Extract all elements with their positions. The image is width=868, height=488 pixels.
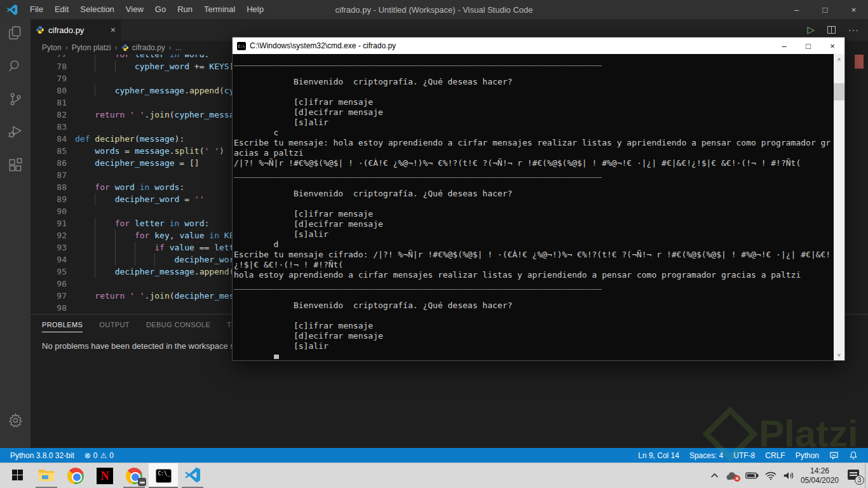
run-debug-icon xyxy=(7,124,24,143)
sidebar-item-source-control[interactable] xyxy=(0,85,31,116)
panel-tab-debug-console[interactable]: DEBUG CONSOLE xyxy=(146,321,210,332)
panel-tab-problems[interactable]: PROBLEMS xyxy=(42,321,83,332)
scroll-down-icon[interactable]: ˅ xyxy=(834,349,844,360)
python-interpreter-button[interactable]: Python 3.8.0 32-bit xyxy=(5,451,79,460)
file-explorer-icon xyxy=(38,468,55,484)
menu-file[interactable]: File xyxy=(24,0,49,19)
line-number: 84 xyxy=(31,133,67,145)
line-number: 90 xyxy=(31,205,67,217)
extensions-icon xyxy=(7,157,24,176)
tab-label: cifrado.py xyxy=(48,25,84,35)
tab-cifrado-py[interactable]: cifrado.py × xyxy=(31,19,121,41)
code-text: for letter in word: xyxy=(75,55,209,60)
indent-guide xyxy=(95,193,95,205)
line-number: 97 xyxy=(31,290,67,302)
feedback-icon[interactable] xyxy=(824,451,844,460)
tab-close-icon[interactable]: × xyxy=(111,25,116,35)
cmd-icon: C:\ xyxy=(237,42,246,50)
indent-guide xyxy=(95,55,95,60)
indent-guide xyxy=(95,266,95,278)
tray-clock[interactable]: 14:26 05/04/2020 xyxy=(801,466,839,485)
cmd-close-icon[interactable]: × xyxy=(820,37,844,54)
breadcrumb-item[interactable]: Pyton platzi xyxy=(72,43,111,52)
maximize-icon[interactable]: □ xyxy=(811,0,839,19)
sidebar-item-search[interactable] xyxy=(0,52,31,83)
menu-selection[interactable]: Selection xyxy=(74,0,119,19)
show-desktop-button[interactable] xyxy=(865,463,868,488)
statusbar-right: Ln 9, Col 14Spaces: 4UTF-8CRLFPython xyxy=(633,451,863,460)
statusbar-item-2[interactable]: UTF-8 xyxy=(728,451,760,460)
taskbar-chrome-profile[interactable] xyxy=(119,463,149,488)
battery-icon[interactable] xyxy=(745,471,759,480)
tray-expand-icon[interactable] xyxy=(710,473,719,478)
cmd-titlebar[interactable]: C:\ C:\Windows\system32\cmd.exe - cifrad… xyxy=(233,37,844,54)
cmd-minimize-icon[interactable]: – xyxy=(772,37,796,54)
breadcrumb-separator-icon: › xyxy=(115,43,118,52)
cmd-console[interactable]: ________________________________________… xyxy=(233,54,834,360)
close-icon[interactable]: × xyxy=(839,0,868,19)
menu-bar: FileEditSelectionViewGoRunTerminalHelp xyxy=(24,0,269,19)
breadcrumb-item[interactable]: ... xyxy=(175,43,182,52)
sidebar-item-run-debug[interactable] xyxy=(0,118,31,149)
taskbar-chrome[interactable] xyxy=(61,463,90,488)
code-text: def decipher(message): xyxy=(75,133,184,145)
run-python-file-icon[interactable]: ▷ xyxy=(807,24,815,36)
line-number: 95 xyxy=(31,266,67,278)
errors-icon: ⊗ xyxy=(85,451,91,460)
statusbar-item-1[interactable]: Spaces: 4 xyxy=(684,451,728,460)
taskbar-netflix[interactable]: N xyxy=(90,463,119,488)
volume-icon[interactable] xyxy=(783,471,794,480)
breadcrumb-item[interactable]: cifrado.py xyxy=(121,43,165,52)
more-actions-icon[interactable]: ··· xyxy=(848,25,859,35)
panel-tab-output[interactable]: OUTPUT xyxy=(99,321,130,332)
split-editor-icon[interactable] xyxy=(827,26,836,34)
menu-run[interactable]: Run xyxy=(172,0,198,19)
menu-view[interactable]: View xyxy=(120,0,149,19)
search-icon xyxy=(7,58,24,77)
tray-date: 05/04/2020 xyxy=(801,476,839,485)
scroll-up-icon[interactable]: ˄ xyxy=(834,54,844,65)
line-number: 77 xyxy=(31,55,67,60)
cmd-maximize-icon[interactable]: □ xyxy=(796,37,820,54)
scrollbar-thumb[interactable] xyxy=(834,83,844,100)
problems-count-button[interactable]: ⊗ 0 ⚠ 0 xyxy=(79,451,119,460)
line-number: 98 xyxy=(31,302,67,314)
onedrive-error-icon[interactable] xyxy=(725,471,738,480)
sidebar-item-extensions[interactable] xyxy=(0,151,31,182)
menu-help[interactable]: Help xyxy=(241,0,269,19)
code-text: for word in words: xyxy=(75,181,184,193)
statusbar-item-0[interactable]: Ln 9, Col 14 xyxy=(633,451,684,460)
menu-edit[interactable]: Edit xyxy=(49,0,74,19)
breadcrumb-item[interactable]: Pyton xyxy=(42,43,62,52)
start-button[interactable] xyxy=(3,463,32,488)
vscode-taskbar-icon xyxy=(184,466,201,485)
chrome-icon xyxy=(67,468,84,484)
taskbar-vscode[interactable] xyxy=(178,463,207,488)
code-text: decipher_message = [] xyxy=(75,157,200,169)
taskbar-cmd[interactable]: C:\_ xyxy=(149,463,178,488)
menu-terminal[interactable]: Terminal xyxy=(198,0,241,19)
status-bar: Python 3.8.0 32-bit ⊗ 0 ⚠ 0 Ln 9, Col 14… xyxy=(0,448,868,463)
wifi-icon[interactable] xyxy=(765,471,776,480)
profile-badge-icon xyxy=(138,478,146,486)
taskbar-file-explorer[interactable] xyxy=(32,463,61,488)
window-title: cifrado.py - Untitled (Workspace) - Visu… xyxy=(336,5,533,15)
indent-guide xyxy=(115,241,116,254)
cmd-window[interactable]: C:\ C:\Windows\system32\cmd.exe - cifrad… xyxy=(232,37,845,361)
statusbar-item-3[interactable]: CRLF xyxy=(760,451,790,460)
minimize-icon[interactable]: – xyxy=(782,0,811,19)
menu-go[interactable]: Go xyxy=(149,0,172,19)
sidebar-item-explorer[interactable] xyxy=(0,19,31,50)
bell-icon[interactable] xyxy=(844,451,863,460)
cmd-scrollbar[interactable]: ˄ ˅ xyxy=(834,54,844,360)
line-number: 87 xyxy=(31,169,67,181)
minimap-marker xyxy=(855,55,864,69)
cmd-window-controls: – □ × xyxy=(772,37,844,54)
code-text: return ' '.join(cypher_message) xyxy=(75,109,249,121)
vscode-logo-icon xyxy=(6,4,18,15)
statusbar-item-4[interactable]: Python xyxy=(790,451,824,460)
notification-center-icon[interactable]: 3 xyxy=(848,470,862,482)
sidebar-item-manage[interactable] xyxy=(0,406,31,437)
line-number: 92 xyxy=(31,229,67,241)
python-file-icon xyxy=(36,25,44,34)
